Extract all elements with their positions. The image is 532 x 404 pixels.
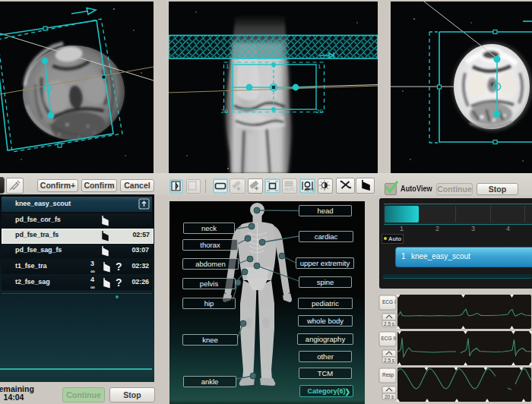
svg-text:2.5 s: 2.5 s [384, 358, 395, 363]
svg-text:20: 20 [316, 108, 323, 115]
svg-text:AUTO: AUTO [305, 188, 315, 192]
svg-text:ECG I: ECG I [382, 299, 396, 305]
svg-text:ECG II: ECG II [382, 336, 397, 341]
svg-text:20 s: 20 s [385, 394, 394, 399]
svg-text:1: 1 [318, 63, 321, 70]
svg-text:1: 1 [226, 63, 230, 70]
svg-text:20: 20 [221, 108, 228, 115]
svg-text:2.5 s: 2.5 s [384, 321, 395, 327]
svg-text:AUTO: AUTO [284, 187, 295, 191]
svg-text:Resp: Resp [382, 372, 394, 378]
